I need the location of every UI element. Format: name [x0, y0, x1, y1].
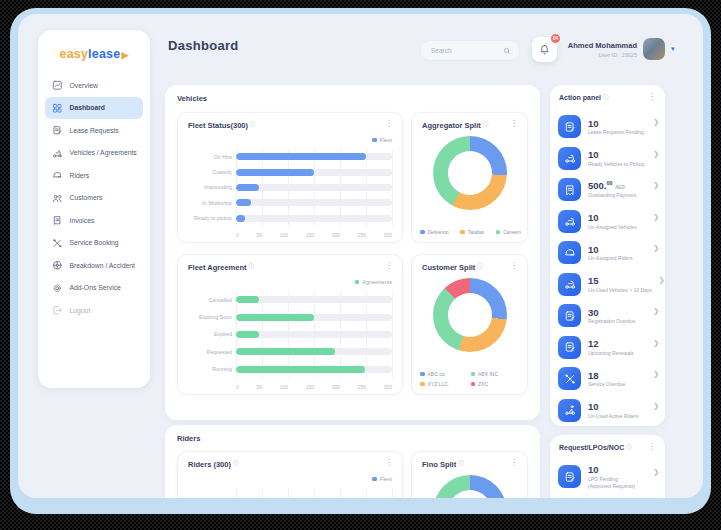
- info-icon[interactable]: ⓘ: [458, 460, 464, 467]
- sidebar-item-lease-requests[interactable]: Lease Requests: [45, 119, 143, 142]
- action-item[interactable]: 12Upcoming Renewals❯: [550, 332, 665, 364]
- chevron-down-icon[interactable]: ▾: [671, 45, 675, 53]
- action-item[interactable]: 30Registration Overdue❯: [550, 300, 665, 332]
- sidebar-item-dashboard[interactable]: Dashboard: [45, 97, 143, 120]
- sidebar-item-breakdown-accident[interactable]: Breakdown / Accident: [45, 254, 143, 277]
- aggregator-split-card: Aggregator Splitⓘ⋮DeliverooTalabatCareem: [411, 112, 528, 243]
- action-item[interactable]: 15Un-Used Vehicles > 10 Days❯: [550, 269, 665, 301]
- lease-doc-icon: [564, 310, 576, 322]
- riders-chart-card: Riders (300)ⓘ⋮Fleet050100150200250300: [177, 451, 403, 498]
- action-item[interactable]: 10Lease Requests Pending❯: [550, 111, 665, 143]
- action-item[interactable]: 18Service Overdue❯: [550, 363, 665, 395]
- kebab-menu-icon[interactable]: ⋮: [383, 263, 395, 269]
- kebab-menu-icon[interactable]: ⋮: [383, 460, 395, 466]
- bar-row: Expired: [186, 326, 392, 343]
- chevron-right-icon[interactable]: ❯: [653, 150, 659, 158]
- donut-chart: [433, 136, 507, 210]
- user-menu[interactable]: Ahmed Mohammad User ID : 23025 ▾: [563, 38, 675, 60]
- kebab-menu-icon[interactable]: ⋮: [646, 444, 658, 450]
- action-item-label: Un-Assigned Riders: [588, 256, 632, 261]
- user-id: User ID : 23025: [563, 52, 637, 58]
- chevron-right-icon[interactable]: ❯: [653, 181, 659, 189]
- action-item[interactable]: 10Ready Vehicles to Pickup❯: [550, 143, 665, 175]
- riders-section: Riders Riders (300)ⓘ⋮Fleet05010015020025…: [165, 425, 540, 498]
- kebab-menu-icon[interactable]: ⋮: [508, 121, 520, 127]
- info-icon[interactable]: ⓘ: [249, 263, 255, 270]
- bar-chart: On HireCustodyImpoundingIn WorkshopReady…: [186, 149, 392, 226]
- info-icon[interactable]: ⓘ: [477, 263, 483, 270]
- sidebar-item-logout[interactable]: Logout: [45, 299, 143, 322]
- people-icon: [52, 193, 63, 204]
- bar-chart: [186, 488, 392, 498]
- kebab-menu-icon[interactable]: ⋮: [383, 121, 395, 127]
- action-item-label: Ready Vehicles to Pickup: [588, 162, 644, 167]
- chevron-right-icon[interactable]: ❯: [653, 213, 659, 221]
- sidebar-item-invoices[interactable]: Invoices: [45, 209, 143, 232]
- fleet-status-card: Fleet Status(300)ⓘ⋮FleetOn HireCustodyIm…: [177, 112, 403, 243]
- action-item[interactable]: 500.00 AEDOutstanding Payment❯: [550, 174, 665, 206]
- action-item-label: Outstanding Payment: [588, 193, 636, 198]
- action-item[interactable]: 10Un-Assigned Vehicles❯: [550, 206, 665, 238]
- chevron-right-icon[interactable]: ❯: [653, 244, 659, 252]
- lease-doc-icon: [564, 341, 576, 353]
- chevron-right-icon[interactable]: ❯: [653, 118, 659, 126]
- sidebar-item-label: Vehicles / Agreements: [70, 149, 137, 156]
- sidebar-item-service-booking[interactable]: Service Booking: [45, 232, 143, 255]
- requests-panel: Request/LPOs/NOC ⓘ ⋮ 10LPO Pending(Appro…: [550, 435, 665, 498]
- bar: [236, 153, 366, 160]
- sidebar-item-label: Riders: [70, 172, 90, 179]
- donut-chart: [433, 278, 507, 352]
- info-icon[interactable]: ⓘ: [603, 94, 609, 101]
- bar: [236, 348, 335, 355]
- action-item-label: LPO Pending: [588, 477, 635, 482]
- sidebar-menu: OverviewDashboardLease RequestsVehicles …: [38, 74, 150, 322]
- action-panel: Action panel ⓘ ⋮ 10Lease Requests Pendin…: [550, 85, 665, 426]
- chart-legend: Agreements: [355, 279, 392, 285]
- avatar[interactable]: [643, 38, 665, 60]
- sidebar-item-label: Invoices: [70, 217, 95, 224]
- chevron-right-icon[interactable]: ❯: [653, 370, 659, 378]
- chevron-right-icon[interactable]: ❯: [653, 307, 659, 315]
- bar-row: On Hire: [186, 149, 392, 164]
- search-input[interactable]: [429, 46, 503, 55]
- action-item[interactable]: 10LPO Pending(Approved Requests)❯: [550, 461, 665, 493]
- bar-row: Ready to pickup: [186, 211, 392, 226]
- card-title: Riders (300): [188, 460, 231, 469]
- kebab-menu-icon[interactable]: ⋮: [508, 263, 520, 269]
- sidebar-item-vehicles-agreements[interactable]: Vehicles / Agreements: [45, 142, 143, 165]
- sidebar-item-riders[interactable]: Riders: [45, 164, 143, 187]
- bar: [236, 331, 259, 338]
- vehicles-section: Vehicles Fleet Status(300)ⓘ⋮FleetOn Hire…: [165, 85, 540, 420]
- chevron-right-icon[interactable]: ❯: [653, 339, 659, 347]
- chevron-right-icon[interactable]: ❯: [653, 402, 659, 410]
- logo-arrow-icon: ▶: [121, 50, 128, 60]
- section-label-riders: Riders: [177, 434, 200, 443]
- notifications-button[interactable]: 04: [532, 37, 557, 62]
- lease-doc-icon: [52, 125, 63, 136]
- action-item-value: 10: [588, 150, 644, 160]
- scooter-icon: [564, 215, 576, 227]
- action-item[interactable]: 10Un-Assigned Riders❯: [550, 237, 665, 269]
- action-item-value: 10: [588, 213, 637, 223]
- action-item-label: Upcoming Renewals: [588, 351, 634, 356]
- action-item[interactable]: 10Un-Used Active Riders❯: [550, 395, 665, 427]
- chevron-right-icon[interactable]: ❯: [659, 276, 665, 284]
- kebab-menu-icon[interactable]: ⋮: [508, 460, 520, 466]
- kebab-menu-icon[interactable]: ⋮: [646, 94, 658, 100]
- logo-text-easy: easy: [59, 47, 88, 61]
- app-logo: easylease▶: [38, 30, 150, 61]
- info-icon[interactable]: ⓘ: [626, 444, 632, 451]
- sidebar-item-customers[interactable]: Customers: [45, 187, 143, 210]
- info-icon[interactable]: ⓘ: [233, 460, 239, 467]
- sidebar-item-add-ons-service[interactable]: Add-Ons Service: [45, 277, 143, 300]
- search-box[interactable]: [420, 40, 520, 61]
- bar-row: [186, 488, 392, 498]
- logo-text-lease: lease: [88, 47, 120, 61]
- info-icon[interactable]: ⓘ: [250, 121, 256, 128]
- sidebar-item-label: Add-Ons Service: [70, 284, 121, 291]
- chevron-right-icon[interactable]: ❯: [653, 468, 659, 476]
- sidebar-item-overview[interactable]: Overview: [45, 74, 143, 97]
- info-icon[interactable]: ⓘ: [483, 121, 489, 128]
- section-label-vehicles: Vehicles: [177, 94, 207, 103]
- bar-row: In Workshop: [186, 195, 392, 210]
